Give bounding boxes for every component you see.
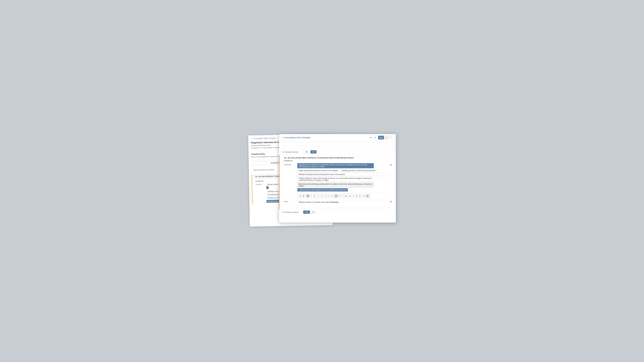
chevron-left-icon: ‹ (251, 138, 252, 140)
toolbar-italic2-btn[interactable]: I (316, 194, 319, 197)
chevron-left-icon: ‹ (282, 136, 282, 139)
toolbar-row: 📋 📌 B I U I 1̲ •̲ ⇤ ⇥ ☰ ≡ (281, 192, 396, 199)
eye-icon: 👁 (261, 147, 262, 149)
header-actions: ✤ ⧉ Edit 🗑 ? (369, 136, 393, 139)
a1-yes-no-group: Yes No (303, 150, 316, 153)
delete-button[interactable]: 🗑 (385, 136, 388, 139)
other-text-before-bold: Difficult to listen to a teacher more th… (299, 201, 330, 203)
other-text-bold: 10 minutes (330, 201, 339, 203)
toolbar-ul-btn[interactable]: •̲ (324, 194, 327, 197)
a2-symptom-label: A2 Symptom present (282, 211, 301, 213)
a2-delete-icon[interactable]: 🗑 (389, 163, 392, 167)
toolbar-indent-btn[interactable]: ⇥ (330, 194, 333, 197)
toolbar-undo-btn[interactable]: ↵ (352, 194, 355, 197)
a2-tag-1[interactable]: Easily distracted by extraneous stimuli … (297, 169, 340, 172)
a2-examples-row: Examples Difficulty keeping attention on… (281, 162, 396, 192)
a1-symptom-label: A1 Symptom present (282, 151, 301, 153)
a2-tags: Difficulty keeping attention on schoolwo… (297, 163, 389, 191)
a2-symptom-row: A2 Symptom present Yes No (279, 209, 396, 215)
a2-tag-0[interactable]: Difficulty keeping attention on schoolwo… (297, 163, 374, 168)
a1-yes-button[interactable]: Yes (303, 150, 310, 153)
other-textarea-wrap: Difficult to listen to a teacher more th… (297, 200, 389, 208)
editor-toolbar: 📋 📌 B I U I 1̲ •̲ ⇤ ⇥ ☰ ≡ (297, 193, 370, 198)
a2-tag-4[interactable]: Finding it difficult to watch a film thr… (297, 177, 374, 182)
edit-button[interactable]: Edit (378, 136, 384, 139)
other-label: Other (284, 200, 297, 202)
a2-yes-button[interactable]: Yes (303, 211, 310, 214)
a2-left-accent (279, 155, 280, 209)
toolbar-table-btn[interactable]: ◫ (358, 194, 361, 197)
foreground-panel: ‹ < Consultation Notes Template ✤ ⧉ Edit… (279, 134, 396, 223)
toolbar-justify-btn[interactable]: ▬ (344, 194, 347, 197)
toolbar-bold-btn[interactable]: B (306, 194, 310, 197)
a2-question-header: A2 - DO YOU OFTEN FIND IT DIFFICULT TO S… (281, 155, 396, 160)
available-for-label: Available for (251, 147, 260, 149)
toolbar-ol-btn[interactable]: 1̲ (320, 194, 324, 197)
a2-examples-label: Examples (284, 163, 297, 166)
help-button[interactable]: ? (389, 136, 393, 139)
other-delete-icon[interactable]: 🗑 (389, 200, 392, 203)
a2-tag-6[interactable]: Asking questions about subjects that hav… (297, 188, 348, 191)
toolbar-link-btn[interactable]: 🔗 (349, 194, 352, 197)
front-back-link[interactable]: ‹ < Consultation Notes Template (282, 136, 310, 139)
toolbar-highlight-btn[interactable]: A (366, 194, 369, 197)
front-content: A1 Symptom present Yes No A2 - DO YOU OF… (279, 142, 396, 215)
tag-item-highlighted[interactable]: ​ (266, 186, 269, 189)
id-verify-label: Was the patient's ID verified? (254, 169, 274, 171)
other-row: Other Difficult to listen to a teacher m… (281, 199, 396, 209)
a2-no-button[interactable]: No (310, 211, 316, 214)
toolbar-paste-btn[interactable]: 📌 (302, 194, 305, 197)
toolbar-flag-btn[interactable]: ⚑ (355, 194, 358, 197)
a1-no-button[interactable]: No (310, 150, 316, 153)
a2-examples-header: EXAMPLES (281, 160, 396, 162)
front-header: ‹ < Consultation Notes Template ✤ ⧉ Edit… (279, 134, 396, 141)
expand-icon: ✤ (370, 137, 372, 138)
expand-button[interactable]: ✤ (369, 136, 373, 139)
toolbar-align-right-btn[interactable]: ≠ (341, 194, 344, 197)
examples-label: Examples (256, 183, 266, 185)
copy-icon: ⧉ (375, 137, 376, 138)
copy-button[interactable]: ⧉ (374, 136, 377, 139)
a2-tag-3[interactable]: Difficulty remaining focused during lect… (297, 173, 389, 176)
partial-top-area (279, 142, 396, 149)
toolbar-underline-btn[interactable]: U (313, 194, 316, 197)
help-icon: ? (391, 137, 392, 138)
a2-section: A2 - DO YOU OFTEN FIND IT DIFFICULT TO S… (279, 155, 396, 209)
a2-tag-5[interactable]: Becoming bored with things quickly unles… (297, 182, 374, 188)
a2-yes-no-group: Yes No (303, 211, 316, 214)
delete-icon: 🗑 (386, 137, 388, 138)
left-accent-bar (252, 175, 253, 205)
toolbar-sep-3 (334, 195, 334, 197)
toolbar-outdent-btn[interactable]: ⇤ (327, 194, 330, 197)
a2-tag-2[interactable]: Needing structure to avoid becoming dist… (340, 169, 377, 172)
edit-label: Edit (380, 137, 382, 139)
other-text-field[interactable]: Difficult to listen to a teacher more th… (297, 200, 389, 208)
toolbar-align-center-btn[interactable]: ≡ (338, 194, 341, 197)
partial-input-field (282, 142, 392, 146)
toolbar-italic-btn[interactable]: I (310, 194, 312, 197)
toolbar-font-color-btn[interactable]: A (363, 194, 366, 197)
toolbar-copy-btn[interactable]: 📋 (299, 194, 302, 197)
a1-symptom-row: A1 Symptom present Yes No (279, 149, 396, 155)
toolbar-align-left-btn[interactable]: ☰ (334, 194, 338, 197)
